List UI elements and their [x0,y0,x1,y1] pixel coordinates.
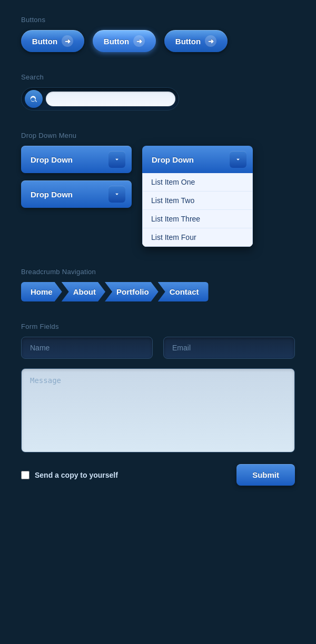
dropdown-closed-2[interactable]: Drop Down [21,180,132,208]
dropdown-open-header-label: Drop Down [152,155,194,164]
button-3-arrow-icon: ➜ [205,35,216,47]
dropdown-open-header[interactable]: Drop Down [142,146,253,173]
breadcrumb-home-label: Home [21,282,62,301]
button-3-label: Button [175,37,201,46]
dropdown-list: List Item One List Item Two List Item Th… [142,173,253,247]
breadcrumb-label: Breadcrumb Navigation [21,268,295,276]
button-1[interactable]: Button ➜ [21,30,84,52]
button-2[interactable]: Button ➜ [93,30,156,52]
button-1-arrow-icon: ➜ [62,35,73,47]
submit-label: Submit [252,470,279,479]
dropdown-col-left: Drop Down Drop Down [21,146,132,208]
button-3[interactable]: Button ➜ [164,30,228,52]
dropdown-open: Drop Down List Item One List Item Two Li… [142,146,253,247]
email-input[interactable] [163,337,295,359]
form-footer: Send a copy to yourself Submit [21,464,295,486]
chevron-down-svg-open [234,156,242,163]
breadcrumb-about-label: About [62,282,105,301]
search-icon [25,90,43,108]
message-textarea[interactable] [21,368,295,452]
search-section: Search [21,73,295,110]
list-item-3[interactable]: List Item Three [143,210,252,228]
form-label: Form Fields [21,323,295,330]
breadcrumb-item-about[interactable]: About [62,282,105,301]
name-input[interactable] [21,337,153,359]
breadcrumb-section: Breadcrumb Navigation Home About Portfol… [21,268,295,301]
breadcrumb-contact-label: Contact [158,282,209,301]
dropdown-2-chevron-icon [108,186,125,203]
chevron-down-svg-2 [113,190,121,198]
dropdown-closed-1-label: Drop Down [31,155,73,164]
list-item-4[interactable]: List Item Four [143,228,252,246]
list-item-2[interactable]: List Item Two [143,192,252,210]
breadcrumb-portfolio-label: Portfolio [105,282,159,301]
button-2-arrow-icon: ➜ [133,35,145,47]
buttons-row: Button ➜ Button ➜ Button ➜ [21,30,295,52]
copy-checkbox-label[interactable]: Send a copy to yourself [21,471,118,479]
dropdown-label: Drop Down Menu [21,132,295,139]
breadcrumb-nav: Home About Portfolio Contact [21,282,295,301]
search-input[interactable] [46,92,175,106]
dropdown-1-chevron-icon [108,151,125,168]
list-item-1[interactable]: List Item One [143,173,252,192]
search-label: Search [21,73,295,81]
form-section: Form Fields Send a copy to yourself Subm… [21,323,295,486]
dropdown-row: Drop Down Drop Down [21,146,295,247]
chevron-down-svg [113,156,121,163]
breadcrumb-item-portfolio[interactable]: Portfolio [105,282,158,301]
breadcrumb-item-home[interactable]: Home [21,282,62,301]
search-wrapper [21,87,179,110]
breadcrumb-item-contact[interactable]: Contact [158,282,208,301]
buttons-label: Buttons [21,16,295,24]
dropdown-closed-2-label: Drop Down [31,190,73,199]
form-row-top [21,337,295,359]
copy-label-text: Send a copy to yourself [35,471,118,479]
dropdown-closed-1[interactable]: Drop Down [21,146,132,173]
search-svg [29,95,38,103]
dropdown-open-chevron-icon [230,151,246,168]
submit-button[interactable]: Submit [236,464,295,486]
button-2-label: Button [104,37,129,46]
copy-checkbox[interactable] [21,471,29,479]
dropdown-section: Drop Down Menu Drop Down Drop Down [21,132,295,247]
buttons-section: Buttons Button ➜ Button ➜ Button ➜ [21,16,295,52]
button-1-label: Button [32,37,57,46]
